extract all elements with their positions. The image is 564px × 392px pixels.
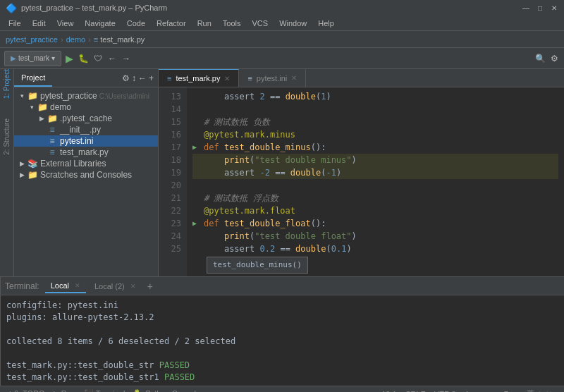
title-text: pytest_practice – test_mark.py – PyCharm xyxy=(21,4,167,12)
terminal-line-3 xyxy=(6,324,564,336)
settings-icon[interactable]: ⚙ xyxy=(548,53,560,64)
folder-icon-pytest-practice: 📁 xyxy=(27,91,38,101)
code-line-14 xyxy=(192,103,558,116)
tab-close-test-mark[interactable]: ✕ xyxy=(224,75,230,82)
close-button[interactable]: ✕ xyxy=(550,4,558,12)
title-bar-left: 🔷 pytest_practice – test_mark.py – PyCha… xyxy=(6,3,167,13)
tab-local-2[interactable]: Local (2) ✕ xyxy=(89,280,142,293)
menu-window[interactable]: Window xyxy=(274,18,312,29)
tab-local-2-close[interactable]: ✕ xyxy=(130,283,136,290)
menu-edit[interactable]: Edit xyxy=(27,18,51,29)
tree-label-external-libs: External Libraries xyxy=(40,159,106,169)
status-bar-left: ✓ 6: TODO ▶ Run ⬛ Terminal 🐍 Python Cons… xyxy=(6,389,200,392)
tree-arrow-pytest-practice: ▾ xyxy=(17,92,27,99)
code-line-25: assert 0.2 == double(0.1) xyxy=(192,243,558,255)
coverage-button[interactable]: 🛡 xyxy=(92,53,104,64)
status-terminal[interactable]: ⬛ Terminal xyxy=(84,389,125,392)
tab-local[interactable]: Local ✕ xyxy=(45,279,86,293)
status-indent[interactable]: 4 spaces xyxy=(465,390,496,393)
code-line-17: ▶ def test_double_minus(): xyxy=(192,141,558,154)
sidebar-collapse-icon[interactable]: ← xyxy=(138,73,147,83)
menu-refactor[interactable]: Refactor xyxy=(151,18,192,29)
breadcrumb-project[interactable]: pytest_practice xyxy=(6,35,58,44)
strip-tab-project[interactable]: 1: Project xyxy=(3,69,11,104)
tree-label-init-py: __init__.py xyxy=(60,125,101,135)
code-line-19: assert -2 == double(-1) xyxy=(192,166,558,179)
forward-button[interactable]: → xyxy=(121,53,132,64)
menu-run[interactable]: Run xyxy=(192,18,217,29)
menu-vcs[interactable]: VCS xyxy=(247,18,274,29)
back-button[interactable]: ← xyxy=(106,53,118,64)
status-run[interactable]: ▶ Run xyxy=(54,389,75,392)
breadcrumb-demo[interactable]: demo xyxy=(66,35,86,44)
status-line-ending[interactable]: CRLF xyxy=(405,390,426,393)
tree-item-pytest-cache[interactable]: ▶ 📁 .pytest_cache xyxy=(14,113,158,124)
status-todo[interactable]: ✓ 6: TODO xyxy=(6,389,45,392)
terminal-line-7: test_mark.py::test_double_str1 PASSED xyxy=(6,372,564,384)
tab-test-mark-py[interactable]: ≡ test_mark.py ✕ xyxy=(159,69,239,87)
run-arrow-23: ▶ xyxy=(192,217,201,230)
maximize-button[interactable]: □ xyxy=(536,4,544,12)
run-button[interactable]: ▶ xyxy=(64,53,75,64)
strip-tab-structure[interactable]: 2: Structure xyxy=(3,118,11,155)
run-arrow-17: ▶ xyxy=(192,141,201,154)
tree-label-pytest-practice: pytest_practice xyxy=(40,91,97,101)
terminal-line-2: plugins: allure-pytest-2.13.2 xyxy=(6,312,564,324)
status-bar: ✓ 6: TODO ▶ Run ⬛ Terminal 🐍 Python Cons… xyxy=(0,386,564,392)
title-bar-controls: — □ ✕ xyxy=(522,4,558,12)
tab-close-pytest-ini[interactable]: ✕ xyxy=(291,74,297,82)
code-line-13: assert 2 == double(1) xyxy=(192,90,558,103)
tree-item-demo[interactable]: ▾ 📁 demo xyxy=(14,102,158,113)
tree-item-pytest-practice[interactable]: ▾ 📁 pytest_practice C:\Users\admini xyxy=(14,90,158,102)
search-everywhere-icon[interactable]: 🔍 xyxy=(534,53,546,64)
ext-lib-icon: 📚 xyxy=(27,159,38,169)
sidebar-gear-icon[interactable]: ⚙ xyxy=(122,73,130,83)
menu-file[interactable]: File xyxy=(3,18,27,29)
code-line-18: print("test double minus") xyxy=(192,154,558,166)
sidebar-sort-icon[interactable]: ↕ xyxy=(132,73,136,83)
run-label-status: Run xyxy=(61,389,75,392)
tab-label-test-mark: test_mark.py xyxy=(176,74,220,82)
terminal-line-1: configfile: pytest.ini xyxy=(6,300,564,312)
tree-item-pytest-ini[interactable]: ≡ pytest.ini xyxy=(14,135,158,147)
terminal-output[interactable]: configfile: pytest.ini plugins: allure-p… xyxy=(1,295,564,386)
terminal-label: Terminal: xyxy=(5,281,39,291)
debug-button[interactable]: 🐛 xyxy=(78,53,90,64)
menu-tools[interactable]: Tools xyxy=(217,18,247,29)
status-position[interactable]: 19:1 xyxy=(381,390,396,393)
ini-icon: ≡ xyxy=(47,136,58,146)
menu-bar: File Edit View Navigate Code Refactor Ru… xyxy=(0,16,564,31)
menu-help[interactable]: Help xyxy=(312,18,340,29)
python-console-icon: 🐍 xyxy=(133,389,143,392)
menu-code[interactable]: Code xyxy=(121,18,151,29)
run-config-dropdown[interactable]: ▶ test_mark ▾ xyxy=(4,51,61,66)
bottom-area: Terminal: Local ✕ Local (2) ✕ + ⚙ config… xyxy=(0,276,564,386)
minimize-button[interactable]: — xyxy=(522,4,530,12)
run-icon-status: ▶ xyxy=(54,389,59,392)
folder-icon-pytest-cache: 📁 xyxy=(47,114,58,123)
terminal-label-status: Terminal xyxy=(96,389,125,392)
code-line-22: @pytest.mark.float xyxy=(192,204,558,217)
tree-item-init-py[interactable]: ≡ __init__.py xyxy=(14,124,158,135)
panel-tabs: Terminal: Local ✕ Local (2) ✕ + ⚙ xyxy=(1,277,564,295)
status-python-version[interactable]: Py xyxy=(504,390,513,393)
tab-local-close[interactable]: ✕ xyxy=(75,282,80,289)
tree-item-test-mark[interactable]: ≡ test_mark.py xyxy=(14,147,158,158)
tab-pytest-ini[interactable]: ≡ pytest.ini ✕ xyxy=(239,69,306,87)
code-editor[interactable]: assert 2 == double(1) # 测试数抵 负数 @pytest.… xyxy=(187,87,564,276)
tree-item-external-libs[interactable]: ▶ 📚 External Libraries xyxy=(14,158,158,169)
folder-icon-scratches: 📁 xyxy=(27,170,38,180)
status-python-console[interactable]: 🐍 Python Console xyxy=(133,389,200,392)
sidebar-add-icon[interactable]: + xyxy=(149,73,154,83)
tree-arrow-external-libs: ▶ xyxy=(17,160,27,167)
menu-view[interactable]: View xyxy=(51,18,80,29)
code-area: 13 14 15 16 17 18 19 20 21 22 23 24 25 a… xyxy=(159,87,564,276)
menu-navigate[interactable]: Navigate xyxy=(79,18,121,29)
status-encoding[interactable]: UTF-8 xyxy=(434,390,455,393)
todo-label: 6: TODO xyxy=(14,389,45,392)
sidebar-tab-project[interactable]: Project xyxy=(14,69,52,87)
py-icon-init: ≡ xyxy=(47,125,58,135)
add-terminal-tab-button[interactable]: + xyxy=(145,281,156,292)
python-console-label: Python Console xyxy=(145,389,200,392)
tree-item-scratches[interactable]: ▶ 📁 Scratches and Consoles xyxy=(14,169,158,180)
